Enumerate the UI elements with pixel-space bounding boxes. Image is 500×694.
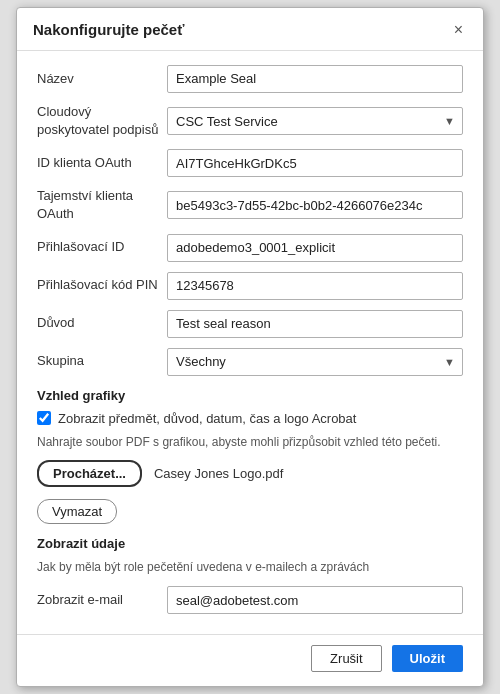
configure-seal-dialog: Nakonfigurujte pečeť × Název Cloudový po… <box>16 7 484 687</box>
group-label: Skupina <box>37 352 167 370</box>
provider-select[interactable]: CSC Test Service <box>167 107 463 135</box>
oauth-id-row: ID klienta OAuth <box>37 149 463 177</box>
login-id-label: Přihlašovací ID <box>37 238 167 256</box>
oauth-id-label: ID klienta OAuth <box>37 154 167 172</box>
show-data-hint: Jak by měla být role pečetění uvedena v … <box>37 559 463 576</box>
show-data-section-title: Zobrazit údaje <box>37 536 463 551</box>
email-input[interactable] <box>167 586 463 614</box>
login-id-input[interactable] <box>167 234 463 262</box>
dialog-footer: Zrušit Uložit <box>17 634 483 686</box>
checkbox-row: Zobrazit předmět, důvod, datum, čas a lo… <box>37 411 463 426</box>
reason-input[interactable] <box>167 310 463 338</box>
show-acrobat-checkbox[interactable] <box>37 411 51 425</box>
login-id-row: Přihlašovací ID <box>37 234 463 262</box>
reason-row: Důvod <box>37 310 463 338</box>
oauth-secret-label: Tajemství klienta OAuth <box>37 187 167 223</box>
naziv-input[interactable] <box>167 65 463 93</box>
clear-button[interactable]: Vymazat <box>37 499 117 524</box>
dialog-header: Nakonfigurujte pečeť × <box>17 8 483 51</box>
save-button[interactable]: Uložit <box>392 645 463 672</box>
upload-hint: Nahrajte soubor PDF s grafikou, abyste m… <box>37 434 463 451</box>
provider-row: Cloudový poskytovatel podpisů CSC Test S… <box>37 103 463 139</box>
reason-label: Důvod <box>37 314 167 332</box>
oauth-id-input[interactable] <box>167 149 463 177</box>
login-pin-row: Přihlašovací kód PIN <box>37 272 463 300</box>
dialog-body: Název Cloudový poskytovatel podpisů CSC … <box>17 51 483 634</box>
email-label: Zobrazit e-mail <box>37 591 167 609</box>
group-select[interactable]: Všechny <box>167 348 463 376</box>
show-acrobat-label: Zobrazit předmět, důvod, datum, čas a lo… <box>58 411 356 426</box>
close-button[interactable]: × <box>450 20 467 40</box>
provider-label: Cloudový poskytovatel podpisů <box>37 103 167 139</box>
cancel-button[interactable]: Zrušit <box>311 645 382 672</box>
file-name: Casey Jones Logo.pdf <box>154 466 283 481</box>
appearance-section-title: Vzhled grafiky <box>37 388 463 403</box>
login-pin-label: Přihlašovací kód PIN <box>37 276 167 294</box>
oauth-secret-input[interactable] <box>167 191 463 219</box>
group-row: Skupina Všechny ▼ <box>37 348 463 376</box>
oauth-secret-row: Tajemství klienta OAuth <box>37 187 463 223</box>
provider-select-wrapper: CSC Test Service ▼ <box>167 107 463 135</box>
dialog-title: Nakonfigurujte pečeť <box>33 21 184 38</box>
browse-button[interactable]: Procházet... <box>37 460 142 487</box>
naziv-row: Název <box>37 65 463 93</box>
naziv-label: Název <box>37 70 167 88</box>
email-row: Zobrazit e-mail <box>37 586 463 614</box>
group-select-wrapper: Všechny ▼ <box>167 348 463 376</box>
login-pin-input[interactable] <box>167 272 463 300</box>
browse-row: Procházet... Casey Jones Logo.pdf <box>37 460 463 487</box>
